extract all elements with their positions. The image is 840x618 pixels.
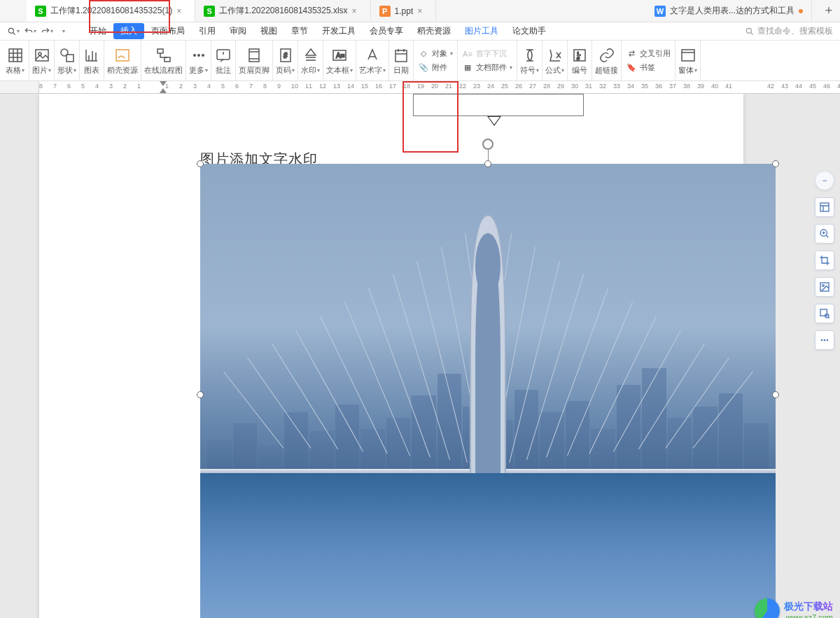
close-icon[interactable]: × (352, 6, 362, 16)
ribbon-chart[interactable]: 图表 (80, 41, 104, 80)
collapse-button[interactable]: − (815, 171, 834, 190)
document-tabs: S 工作簿1.20220816081435325(1) × S 工作簿1.202… (0, 0, 840, 22)
ribbon-equation[interactable]: 公式▾ (542, 41, 568, 80)
svg-rect-3 (36, 50, 48, 61)
document-canvas[interactable]: 图片添加文字水印 − (0, 94, 840, 618)
ribbon-shape[interactable]: 形状▾ (55, 41, 80, 80)
svg-point-1 (746, 28, 751, 33)
ribbon-bookmark[interactable]: 🔖书签 (624, 62, 672, 74)
ribbon-symbol[interactable]: 符号▾ (517, 41, 542, 80)
menu-developer[interactable]: 开发工具 (315, 23, 363, 39)
ribbon-header-footer[interactable]: 页眉页脚 (236, 41, 273, 80)
image-search-icon[interactable] (815, 304, 834, 323)
menu-page-layout[interactable]: 页面布局 (144, 23, 192, 39)
tab-1[interactable]: S 工作簿1.20220816081435325(1) × (27, 0, 195, 22)
resize-handle-n[interactable] (484, 160, 491, 167)
svg-rect-25 (820, 203, 829, 211)
ribbon-object[interactable]: ◇对象▾ (416, 48, 454, 60)
svg-text:1.: 1. (577, 51, 581, 56)
search-icon[interactable]: ▾ (6, 24, 21, 39)
svg-rect-6 (66, 55, 74, 62)
svg-rect-2 (9, 49, 22, 62)
close-icon[interactable]: × (176, 6, 186, 16)
textbox-outline[interactable] (413, 94, 584, 116)
ribbon-wordart[interactable]: 艺术字▾ (356, 41, 389, 80)
search-placeholder: 查找命令、搜索模板 (757, 25, 833, 37)
ribbon-page-number[interactable]: #页码▾ (273, 41, 298, 80)
ribbon-numbering[interactable]: 1.#编号 (568, 41, 592, 80)
svg-point-11 (197, 54, 200, 57)
ribbon-docer-resource[interactable]: 稻壳资源 (104, 41, 141, 80)
resize-handle-w[interactable] (197, 391, 204, 398)
svg-point-10 (193, 54, 196, 57)
ribbon-dropcap: A≡首字下沉 (461, 48, 514, 60)
tab-3[interactable]: P 1.ppt × (371, 0, 437, 22)
menu-thesis[interactable]: 论文助手 (505, 23, 553, 39)
menu-start[interactable]: 开始 (83, 23, 113, 39)
svg-rect-9 (164, 57, 170, 62)
close-icon[interactable]: × (417, 6, 427, 16)
menu-chapter[interactable]: 章节 (284, 23, 315, 39)
resize-handle-ne[interactable] (772, 160, 779, 167)
selected-image[interactable] (200, 164, 776, 618)
textbox-anchor-icon (487, 116, 501, 126)
ribbon-more[interactable]: 更多▾ (186, 41, 211, 80)
ribbon-window-form[interactable]: 窗体▾ (676, 41, 701, 80)
ribbon-cross-ref[interactable]: ⇄交叉引用 (624, 48, 672, 60)
crop-tool-icon[interactable] (815, 251, 834, 270)
ribbon-table[interactable]: 表格▾ (1, 41, 29, 80)
watermark-url: www.xz7.com (786, 613, 833, 618)
doc-icon: W (654, 6, 666, 17)
qat-dropdown[interactable]: ▾ (56, 24, 71, 39)
menu-docer[interactable]: 稻壳资源 (410, 23, 458, 39)
ribbon-date[interactable]: 日期 (389, 41, 414, 80)
ribbon-hyperlink[interactable]: 超链接 (592, 41, 622, 80)
presentation-icon: P (379, 6, 391, 17)
tab-2[interactable]: S 工作簿1.20220816081435325.xlsx × (195, 0, 370, 22)
menubar: ▾ ▾ ▾ ▾ 开始 插入 页面布局 引用 审阅 视图 章节 开发工具 会员专享… (0, 22, 840, 41)
svg-rect-29 (820, 309, 827, 316)
ribbon-watermark[interactable]: 水印▾ (298, 41, 323, 80)
ribbon-attachment[interactable]: 📎附件 (416, 62, 454, 74)
ribbon-comment[interactable]: 批注 (211, 41, 236, 80)
svg-rect-14 (249, 49, 259, 62)
side-toolbar: − (815, 171, 834, 350)
ribbon-object-attach: ◇对象▾ 📎附件 (414, 41, 458, 80)
replace-image-icon[interactable] (815, 277, 834, 297)
image-content (200, 164, 776, 618)
svg-point-33 (827, 339, 829, 342)
menu-references[interactable]: 引用 (192, 23, 223, 39)
ribbon-dropcap-docpart: A≡首字下沉 ▦文档部件▾ (458, 41, 517, 80)
svg-rect-7 (116, 50, 129, 61)
svg-point-28 (822, 285, 825, 287)
tab-4[interactable]: W 文字是人类用表...达的方式和工具 (646, 0, 812, 22)
svg-point-31 (821, 339, 823, 342)
ribbon-online-flowchart[interactable]: 在线流程图 (141, 41, 186, 80)
zoom-tool-icon[interactable] (815, 224, 834, 244)
resize-handle-e[interactable] (772, 391, 779, 398)
menu-insert[interactable]: 插入 (113, 23, 144, 39)
horizontal-ruler[interactable]: 8765432112345678910111213141516171819202… (0, 81, 840, 94)
menu-view[interactable]: 视图 (253, 23, 284, 39)
ribbon-picture[interactable]: 图片▾ (29, 41, 55, 80)
modified-dot-icon (799, 9, 803, 13)
ribbon-textbox[interactable]: A≡文本框▾ (323, 41, 356, 80)
rotate-handle[interactable] (482, 139, 493, 150)
menu-review[interactable]: 审阅 (223, 23, 253, 39)
ruler-corner (0, 81, 39, 93)
layout-tool-icon[interactable] (815, 197, 834, 217)
menu-member[interactable]: 会员专享 (363, 23, 410, 39)
spreadsheet-icon: S (35, 6, 46, 17)
redo-button[interactable]: ▾ (39, 24, 55, 39)
command-search[interactable]: 查找命令、搜索模板 (745, 25, 833, 37)
ribbon-docparts[interactable]: ▦文档部件▾ (461, 62, 514, 74)
svg-point-0 (8, 28, 13, 33)
undo-button[interactable]: ▾ (22, 24, 38, 39)
svg-text:A≡: A≡ (336, 52, 345, 59)
more-tools-icon[interactable] (815, 330, 834, 350)
tab-label: 工作簿1.20220816081435325.xlsx (219, 5, 347, 17)
menu-picture-tools[interactable]: 图片工具 (458, 23, 505, 39)
resize-handle-nw[interactable] (197, 160, 204, 167)
new-tab-button[interactable]: + (818, 0, 840, 22)
spreadsheet-icon: S (204, 6, 215, 17)
